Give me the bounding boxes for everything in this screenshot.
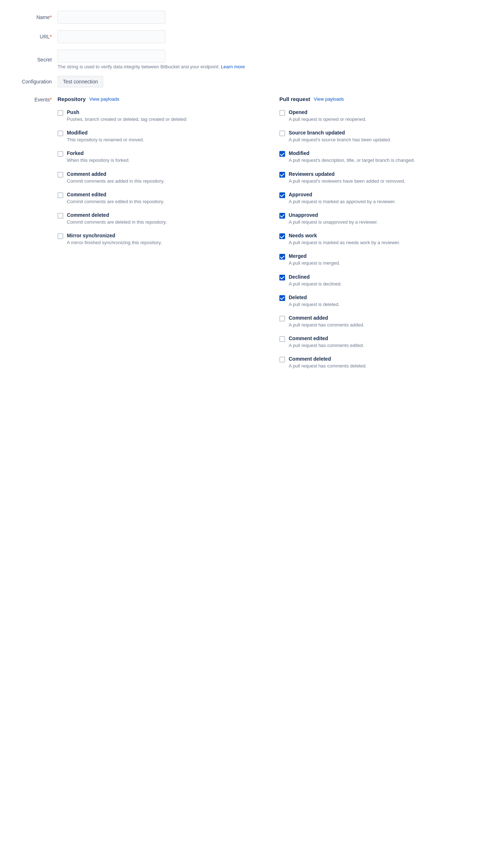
secret-field-group: The string is used to verify data integr… — [58, 50, 245, 69]
list-item: MergedA pull request is merged. — [279, 253, 480, 266]
event-desc-pr-approved: A pull request is marked as approved by … — [289, 198, 480, 205]
event-desc-comment-added: Commit comments are added in this reposi… — [67, 178, 258, 184]
event-title-pr-source-branch-updated: Source branch updated — [289, 130, 480, 136]
list-item: Comment addedCommit comments are added i… — [58, 171, 258, 184]
events-section: Events* Repository View payloads PushPus… — [14, 96, 480, 376]
secret-row: Secret The string is used to verify data… — [14, 50, 480, 69]
event-content-pr-comment-edited: Comment editedA pull request has comment… — [289, 335, 480, 349]
config-row: Configuration Test connection — [14, 76, 480, 87]
list-item: Source branch updatedA pull request's so… — [279, 130, 480, 143]
list-item: Needs workA pull request is marked as ne… — [279, 233, 480, 246]
list-item: DeclinedA pull request is declined. — [279, 274, 480, 287]
event-desc-modified: This repository is renamed or moved. — [67, 137, 258, 143]
checkbox-pr-unapproved[interactable] — [279, 213, 285, 219]
repository-view-payloads-link[interactable]: View payloads — [89, 96, 119, 102]
checkbox-pr-comment-added[interactable] — [279, 316, 285, 321]
url-input[interactable] — [58, 30, 165, 43]
event-desc-pr-reviewers-updated: A pull request's reviewers have been add… — [289, 178, 480, 184]
checkbox-pr-opened[interactable] — [279, 110, 285, 116]
name-input[interactable] — [58, 11, 165, 24]
checkbox-pr-comment-edited[interactable] — [279, 336, 285, 342]
event-content-pr-approved: ApprovedA pull request is marked as appr… — [289, 192, 480, 205]
event-title-comment-deleted: Comment deleted — [67, 212, 258, 218]
event-title-pr-modified: Modified — [289, 150, 480, 156]
checkbox-comment-edited[interactable] — [58, 192, 63, 198]
pullrequest-view-payloads-link[interactable]: View payloads — [314, 96, 344, 102]
event-content-comment-deleted: Comment deletedCommit comments are delet… — [67, 212, 258, 225]
list-item: Comment editedCommit comments are edited… — [58, 192, 258, 205]
event-title-pr-needs-work: Needs work — [289, 233, 480, 238]
event-desc-pr-comment-added: A pull request has comments added. — [289, 322, 480, 328]
event-content-pr-needs-work: Needs workA pull request is marked as ne… — [289, 233, 480, 246]
list-item: ModifiedThis repository is renamed or mo… — [58, 130, 258, 143]
checkbox-pr-modified[interactable] — [279, 151, 285, 157]
pullrequest-column-header: Pull request View payloads — [279, 96, 480, 102]
event-desc-pr-declined: A pull request is declined. — [289, 281, 480, 287]
events-label: Events* — [14, 96, 58, 376]
pullrequest-column-title: Pull request — [279, 96, 310, 102]
events-columns: Repository View payloads PushPushes, bra… — [58, 96, 480, 376]
checkbox-pr-approved[interactable] — [279, 192, 285, 198]
event-content-comment-added: Comment addedCommit comments are added i… — [67, 171, 258, 184]
event-desc-comment-edited: Commit comments are edited in this repos… — [67, 198, 258, 205]
event-desc-pr-unapproved: A pull request is unapproved by a review… — [289, 219, 480, 225]
event-content-comment-edited: Comment editedCommit comments are edited… — [67, 192, 258, 205]
checkbox-modified[interactable] — [58, 131, 63, 136]
event-content-pr-deleted: DeletedA pull request is deleted. — [289, 294, 480, 308]
list-item: ApprovedA pull request is marked as appr… — [279, 192, 480, 205]
list-item: Mirror synchronizedA mirror finished syn… — [58, 233, 258, 246]
event-desc-forked: When this repository is forked. — [67, 157, 258, 164]
event-content-mirror-synchronized: Mirror synchronizedA mirror finished syn… — [67, 233, 258, 246]
event-title-push: Push — [67, 109, 258, 115]
event-title-pr-comment-added: Comment added — [289, 315, 480, 321]
event-title-pr-comment-deleted: Comment deleted — [289, 356, 480, 362]
list-item: UnapprovedA pull request is unapproved b… — [279, 212, 480, 225]
checkbox-comment-deleted[interactable] — [58, 213, 63, 219]
checkbox-forked[interactable] — [58, 151, 63, 157]
checkbox-pr-deleted[interactable] — [279, 295, 285, 301]
secret-input[interactable] — [58, 50, 165, 63]
repository-column-title: Repository — [58, 96, 86, 102]
checkbox-pr-declined[interactable] — [279, 275, 285, 280]
list-item: Comment deletedCommit comments are delet… — [58, 212, 258, 225]
event-desc-pr-comment-edited: A pull request has comments edited. — [289, 342, 480, 349]
list-item: OpenedA pull request is opened or reopen… — [279, 109, 480, 123]
event-desc-pr-merged: A pull request is merged. — [289, 260, 480, 266]
name-row: Name* — [14, 11, 480, 24]
list-item: Comment editedA pull request has comment… — [279, 335, 480, 349]
name-label: Name* — [14, 14, 58, 20]
event-title-comment-added: Comment added — [67, 171, 258, 177]
event-title-pr-declined: Declined — [289, 274, 480, 280]
checkbox-pr-source-branch-updated[interactable] — [279, 131, 285, 136]
repository-events-list: PushPushes, branch created or deleted, t… — [58, 109, 258, 246]
event-title-pr-comment-edited: Comment edited — [289, 335, 480, 341]
secret-hint-text: The string is used to verify data integr… — [58, 64, 245, 69]
learn-more-link[interactable]: Learn more — [221, 64, 245, 69]
config-label: Configuration — [14, 79, 58, 84]
event-desc-push: Pushes, branch created or deleted, tag c… — [67, 116, 258, 123]
list-item: Comment addedA pull request has comments… — [279, 315, 480, 328]
event-content-forked: ForkedWhen this repository is forked. — [67, 150, 258, 164]
checkbox-pr-comment-deleted[interactable] — [279, 357, 285, 362]
checkbox-pr-merged[interactable] — [279, 254, 285, 260]
event-desc-pr-deleted: A pull request is deleted. — [289, 301, 480, 308]
checkbox-pr-reviewers-updated[interactable] — [279, 172, 285, 178]
checkbox-pr-needs-work[interactable] — [279, 233, 285, 239]
list-item: ModifiedA pull request's description, ti… — [279, 150, 480, 164]
checkbox-push[interactable] — [58, 110, 63, 116]
event-desc-mirror-synchronized: A mirror finished synchronizing this rep… — [67, 239, 258, 246]
checkbox-comment-added[interactable] — [58, 172, 63, 178]
checkbox-mirror-synchronized[interactable] — [58, 233, 63, 239]
event-title-pr-unapproved: Unapproved — [289, 212, 480, 218]
secret-label: Secret — [14, 57, 58, 63]
event-content-pr-unapproved: UnapprovedA pull request is unapproved b… — [289, 212, 480, 225]
repository-column-header: Repository View payloads — [58, 96, 258, 102]
list-item: DeletedA pull request is deleted. — [279, 294, 480, 308]
event-desc-pr-modified: A pull request's description, title, or … — [289, 157, 480, 164]
test-connection-button[interactable]: Test connection — [58, 76, 103, 87]
event-desc-pr-needs-work: A pull request is marked as needs work b… — [289, 239, 480, 246]
event-content-pr-comment-added: Comment addedA pull request has comments… — [289, 315, 480, 328]
event-desc-pr-source-branch-updated: A pull request's source branch has been … — [289, 137, 480, 143]
event-content-pr-declined: DeclinedA pull request is declined. — [289, 274, 480, 287]
event-content-pr-modified: ModifiedA pull request's description, ti… — [289, 150, 480, 164]
